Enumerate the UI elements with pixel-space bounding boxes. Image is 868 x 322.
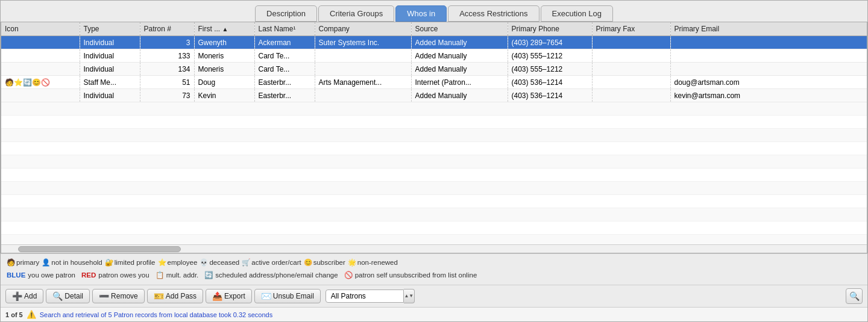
table-cell: 73 [140,89,194,102]
add-pass-button[interactable]: 🎫 Add Pass [147,289,203,303]
legend-not-in-household: 👤 not in household [42,257,102,268]
col-header-phone[interactable]: Primary Phone [508,22,592,36]
table-cell: 51 [140,76,194,89]
scrollbar-thumb[interactable] [18,246,181,252]
col-header-source[interactable]: Source [411,22,508,36]
legend-area: 🧑 primary 👤 not in household 🔐 limited p… [1,253,867,285]
patron-table: Icon Type Patron # First ... ▲ Last Name… [1,22,867,102]
table-cell: Individual [80,63,140,76]
col-header-patron[interactable]: Patron # [140,22,194,36]
table-row[interactable]: Individual73KevinEasterbr...Added Manual… [1,89,867,102]
legend-row-2: BLUE you owe patron RED patron owes you … [7,270,861,280]
table-cell: 3 [140,36,194,49]
detail-icon: 🔍 [52,291,63,301]
table-cell: (403) 536–1214 [508,76,592,89]
legend-red-label: RED [81,270,96,280]
table-cell [670,49,867,63]
add-button[interactable]: ➕ Add [5,289,43,303]
table-cell [670,63,867,76]
table-row[interactable]: Individual133MonerisCard Te...Added Manu… [1,49,867,63]
col-header-first[interactable]: First ... ▲ [194,22,254,36]
tab-bar: Description Criteria Groups Whos in Acce… [1,1,867,22]
table-cell: (403) 536–1214 [508,89,592,102]
table-cell [1,63,80,76]
horizontal-scrollbar[interactable] [1,244,867,253]
legend-sched-text: scheduled address/phone/email change [215,270,338,280]
remove-button[interactable]: ➖ Remove [92,289,145,303]
page-indicator: 1 of 5 [5,311,23,318]
detail-button[interactable]: 🔍 Detail [46,289,90,303]
legend-primary: 🧑 primary [7,257,39,268]
add-pass-icon: 🎫 [154,291,164,301]
table-cell [670,36,867,49]
table-cell: Card Te... [254,49,315,63]
export-icon: 📤 [212,291,222,301]
table-cell: Moneris [194,49,254,63]
bottom-toolbar: ➕ Add 🔍 Detail ➖ Remove 🎫 Add Pass 📤 Exp… [1,285,867,307]
table-cell: 🧑⭐🔄😊🚫 [1,76,80,89]
col-header-type[interactable]: Type [80,22,140,36]
select-arrows-icon[interactable]: ▲▼ [404,289,415,303]
table-cell: Doug [194,76,254,89]
col-header-last[interactable]: Last Name¹ [254,22,315,36]
tab-description[interactable]: Description [255,5,317,22]
unsub-email-button[interactable]: ✉️ Unsub Email [254,289,321,303]
warning-icon: ⚠️ [27,310,36,319]
col-header-email[interactable]: Primary Email [670,22,867,36]
search-button[interactable]: 🔍 [846,288,863,304]
legend-blue-text: you owe patron [28,270,75,280]
legend-blue-label: BLUE [7,270,25,280]
table-cell [1,36,80,49]
detail-label: Detail [64,292,83,300]
table-cell: 133 [140,49,194,63]
table-cell [315,49,411,63]
table-cell: kevin@artsman.com [670,89,867,102]
table-cell: Individual [80,49,140,63]
legend-sched-icon: 🔄 [204,270,213,280]
col-header-company[interactable]: Company [315,22,411,36]
empty-rows-container [1,102,867,244]
table-cell [592,63,670,76]
search-icon: 🔍 [849,291,860,301]
table-cell: Staff Me... [80,76,140,89]
legend-employee: ⭐ employee [158,257,198,268]
table-cell: 134 [140,63,194,76]
table-cell: Easterbr... [254,89,315,102]
table-cell: Added Manually [411,36,508,49]
patron-filter-select[interactable]: All Patrons [326,289,404,303]
table-cell [1,89,80,102]
export-label: Export [224,292,245,300]
table-row[interactable]: Individual3GwenythAckermanSuter Systems … [1,36,867,49]
remove-label: Remove [111,292,138,300]
tab-execution-log[interactable]: Execution Log [541,5,613,22]
tab-whos-in[interactable]: Whos in [395,5,447,22]
table-cell [315,63,411,76]
legend-unsub-icon: 🚫 [344,270,353,280]
legend-deceased: 💀 deceased [200,257,239,268]
table-cell: Added Manually [411,63,508,76]
legend-limited-profile: 🔐 limited profile [105,257,156,268]
col-header-icon[interactable]: Icon [1,22,80,36]
table-cell: Kevin [194,89,254,102]
table-cell: Moneris [194,63,254,76]
export-button[interactable]: 📤 Export [206,289,252,303]
table-cell: Internet (Patron... [411,76,508,89]
patron-filter-container: All Patrons ▲▼ [326,289,415,303]
remove-icon: ➖ [99,291,109,301]
table-cell [592,49,670,63]
table-row[interactable]: Individual134MonerisCard Te...Added Manu… [1,63,867,76]
unsub-email-label: Unsub Email [273,292,314,300]
table-cell: (403) 555–1212 [508,63,592,76]
col-header-fax[interactable]: Primary Fax [592,22,670,36]
legend-row-1: 🧑 primary 👤 not in household 🔐 limited p… [7,257,861,268]
table-row[interactable]: 🧑⭐🔄😊🚫Staff Me...51DougEasterbr...Arts Ma… [1,76,867,89]
legend-unsub-text: patron self unsubscribed from list onlin… [355,270,477,280]
table-cell: Added Manually [411,49,508,63]
table-cell [1,49,80,63]
table-cell [592,76,670,89]
table-cell: Easterbr... [254,76,315,89]
tab-access-restrictions[interactable]: Access Restrictions [448,5,539,22]
tab-criteria-groups[interactable]: Criteria Groups [318,5,394,22]
table-cell: Added Manually [411,89,508,102]
table-cell: (403) 289–7654 [508,36,592,49]
